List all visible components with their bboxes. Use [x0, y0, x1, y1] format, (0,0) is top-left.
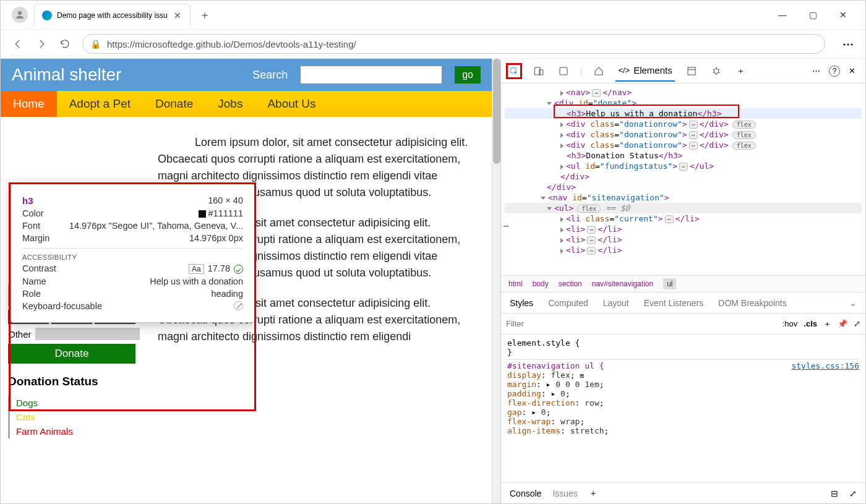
- url-text: https://microsoftedge.github.io/Demos/de…: [107, 39, 356, 49]
- browser-tab[interactable]: Demo page with accessibility issu ✕: [34, 4, 191, 26]
- tab-computed[interactable]: Computed: [548, 298, 588, 308]
- status-farm[interactable]: Farm Animals: [16, 424, 135, 438]
- expand-icon[interactable]: ⤢: [854, 319, 860, 328]
- svg-point-0: [18, 11, 22, 15]
- devtools-toolbar: | </>Elements ＋ ⋯ ? ✕: [501, 59, 865, 83]
- console-drawer: Console Issues ＋ ⊟ ⤢: [501, 482, 865, 503]
- tooltip-dims: 160 × 40: [208, 195, 243, 206]
- forward-button[interactable]: [35, 38, 48, 50]
- overflow-icon[interactable]: ⋯: [501, 221, 511, 231]
- address-bar: 🔒 https://microsoftedge.github.io/Demos/…: [1, 29, 865, 59]
- page-scrollbar[interactable]: [492, 59, 500, 503]
- tab-title: Demo page with accessibility issu: [57, 11, 168, 20]
- inspect-element-button[interactable]: [506, 63, 522, 79]
- new-style-icon[interactable]: ＋: [823, 318, 831, 330]
- close-devtools-icon[interactable]: ✕: [849, 66, 855, 75]
- browser-menu-icon[interactable]: ⋯: [842, 37, 854, 51]
- dom-tree[interactable]: <nav>⋯</nav> <div id="donate"> <h3>Help …: [501, 83, 865, 275]
- plus-icon[interactable]: ＋: [733, 63, 749, 79]
- main-menu: Home Adopt a Pet Donate Jobs About Us: [1, 91, 492, 117]
- devtools-panel: | </>Elements ＋ ⋯ ? ✕ <nav>⋯</nav> <div …: [500, 59, 865, 503]
- status-dogs[interactable]: Dogs: [16, 396, 135, 410]
- chevron-down-icon[interactable]: ⌄: [849, 298, 857, 308]
- tab-dom-breakpoints[interactable]: DOM Breakpoints: [718, 298, 786, 308]
- close-tab-icon[interactable]: ✕: [173, 11, 182, 20]
- help-icon[interactable]: ?: [829, 66, 840, 77]
- other-label: Other: [8, 329, 32, 340]
- styles-filter-bar: :hov .cls ＋ 📌 ⤢: [501, 314, 865, 335]
- annotation-box-dom: [554, 105, 739, 118]
- hov-toggle[interactable]: :hov: [782, 319, 798, 328]
- inspector-tooltip: h3160 × 40 Color#111111 Font14.976px "Se…: [11, 184, 255, 323]
- cls-toggle[interactable]: .cls: [804, 319, 817, 328]
- welcome-tab-icon[interactable]: [555, 63, 572, 79]
- pin-icon[interactable]: 📌: [838, 319, 847, 328]
- home-icon[interactable]: [591, 63, 607, 79]
- svg-rect-3: [539, 69, 543, 74]
- close-window-icon[interactable]: ✕: [839, 10, 847, 20]
- status-heading: Donation Status: [8, 375, 135, 388]
- lock-icon: 🔒: [90, 39, 101, 49]
- other-input[interactable]: [35, 328, 140, 340]
- svg-point-7: [714, 69, 719, 74]
- styles-tabs: Styles Computed Layout Event Listeners D…: [501, 293, 865, 314]
- menu-home[interactable]: Home: [1, 91, 57, 117]
- plus-drawer-icon[interactable]: ＋: [589, 488, 598, 499]
- console-tab[interactable]: Console: [510, 489, 541, 498]
- status-cats[interactable]: Cats: [16, 410, 135, 424]
- not-focusable-icon: [234, 301, 243, 310]
- tab-layout[interactable]: Layout: [603, 298, 629, 308]
- drawer-btn-1[interactable]: ⊟: [831, 489, 838, 498]
- device-toggle-button[interactable]: [531, 63, 547, 79]
- dom-breadcrumbs[interactable]: html body section nav#sitenavigation ul: [501, 275, 865, 293]
- more-icon[interactable]: ⋯: [812, 66, 820, 75]
- issues-tab[interactable]: Issues: [552, 489, 577, 498]
- page-header: Animal shelter Search go: [1, 59, 492, 91]
- search-label: Search: [252, 69, 288, 82]
- source-link[interactable]: styles.css:156: [791, 361, 859, 370]
- elements-tab[interactable]: </>Elements: [615, 60, 674, 82]
- styles-pane[interactable]: element.style { } #sitenavigation ul {st…: [501, 335, 865, 482]
- tooltip-tag: h3: [22, 195, 33, 206]
- search-input[interactable]: [300, 66, 442, 84]
- bug-icon[interactable]: [708, 63, 724, 79]
- maximize-icon[interactable]: ▢: [809, 10, 817, 20]
- menu-about[interactable]: About Us: [255, 91, 328, 117]
- status-list: Dogs Cats Farm Animals: [8, 396, 135, 438]
- refresh-button[interactable]: [59, 38, 71, 50]
- check-icon: [234, 265, 243, 274]
- title-bar: Demo page with accessibility issu ✕ ＋ ― …: [1, 1, 865, 29]
- menu-jobs[interactable]: Jobs: [205, 91, 255, 117]
- edge-icon: [42, 11, 52, 20]
- svg-rect-5: [688, 67, 695, 75]
- new-tab-button[interactable]: ＋: [199, 7, 210, 22]
- webpage-viewport: Animal shelter Search go Home Adopt a Pe…: [1, 59, 492, 503]
- back-button[interactable]: [12, 38, 24, 50]
- menu-donate[interactable]: Donate: [143, 91, 205, 117]
- tab-styles[interactable]: Styles: [510, 298, 533, 308]
- menu-adopt[interactable]: Adopt a Pet: [57, 91, 143, 117]
- url-field[interactable]: 🔒 https://microsoftedge.github.io/Demos/…: [82, 34, 825, 54]
- drawer-btn-2[interactable]: ⤢: [849, 489, 857, 498]
- svg-rect-4: [560, 67, 567, 75]
- app-icon[interactable]: [684, 63, 700, 79]
- go-button[interactable]: go: [455, 66, 481, 83]
- profile-avatar[interactable]: [12, 7, 28, 23]
- site-title: Animal shelter: [12, 65, 121, 85]
- donate-button[interactable]: Donate: [8, 344, 135, 364]
- minimize-icon[interactable]: ―: [778, 10, 787, 20]
- tab-event-listeners[interactable]: Event Listeners: [644, 298, 704, 308]
- filter-input[interactable]: [506, 319, 776, 328]
